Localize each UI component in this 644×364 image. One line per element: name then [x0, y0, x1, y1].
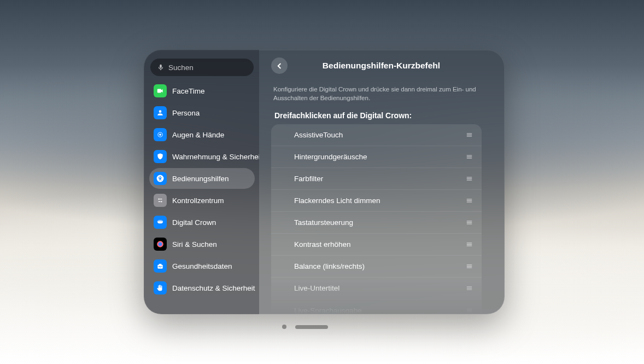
- svg-point-0: [159, 134, 161, 136]
- svg-point-10: [157, 241, 163, 247]
- sidebar: Suchen FaceTimePersonaAugen & HändeWahrn…: [144, 50, 259, 314]
- svg-rect-21: [466, 180, 472, 181]
- shortcut-row[interactable]: Kontrast erhöhen: [271, 234, 482, 256]
- shortcut-label: Kontrast erhöhen: [294, 240, 464, 249]
- svg-rect-22: [466, 199, 472, 199]
- settings-window: Suchen FaceTimePersonaAugen & HändeWahrn…: [144, 50, 505, 314]
- svg-rect-12: [159, 264, 162, 265]
- svg-point-8: [157, 221, 162, 224]
- shortcut-label: Balance (links/rechts): [294, 262, 464, 270]
- handle-dot: [282, 325, 286, 329]
- shortcut-row[interactable]: Live-Untertitel: [271, 278, 482, 299]
- sidebar-item-label: Wahrnehmung & Sicherheit: [172, 153, 259, 161]
- shield-person-icon: [154, 150, 167, 163]
- sidebar-item-label: Gesundheitsdaten: [172, 262, 232, 270]
- back-button[interactable]: [271, 57, 288, 74]
- svg-rect-35: [466, 288, 472, 288]
- shortcut-row[interactable]: Hintergrundgeräusche: [271, 146, 482, 168]
- drag-handle-icon[interactable]: [464, 262, 474, 271]
- svg-rect-30: [466, 246, 472, 246]
- drag-handle-icon[interactable]: [464, 130, 474, 140]
- shortcut-row[interactable]: Farbfilter: [271, 168, 482, 190]
- microphone-icon: [157, 63, 165, 71]
- svg-rect-17: [466, 157, 472, 157]
- section-header: Dreifachklicken auf die Digital Crown:: [274, 111, 488, 120]
- svg-rect-32: [466, 266, 472, 267]
- shortcut-row[interactable]: Live-Sprachausgabe: [271, 299, 482, 314]
- svg-rect-13: [466, 133, 472, 134]
- detail-pane: Bedienungshilfen-Kurzbefehl Konfiguriere…: [259, 50, 505, 314]
- svg-rect-27: [466, 224, 472, 224]
- controls-icon: [154, 194, 167, 207]
- health-icon: [154, 259, 167, 273]
- crown-icon: [154, 216, 167, 229]
- sidebar-item-persona[interactable]: Persona: [149, 102, 255, 123]
- detail-title: Bedienungshilfen-Kurzbefehl: [295, 61, 467, 71]
- drag-handle-icon[interactable]: [464, 174, 474, 184]
- sidebar-item-label: FaceTime: [172, 87, 205, 95]
- drag-handle-icon[interactable]: [464, 284, 474, 293]
- svg-rect-37: [466, 309, 472, 309]
- svg-rect-14: [466, 135, 472, 135]
- svg-point-6: [161, 201, 162, 202]
- svg-rect-34: [466, 286, 472, 287]
- svg-rect-33: [466, 268, 472, 268]
- svg-rect-20: [466, 178, 472, 179]
- svg-point-4: [159, 199, 160, 200]
- sidebar-item-facetime[interactable]: FaceTime: [149, 80, 255, 101]
- shortcut-label: AssistiveTouch: [294, 131, 464, 139]
- window-handle[interactable]: [282, 325, 328, 329]
- chevron-left-icon: [277, 63, 283, 69]
- shortcut-row[interactable]: Balance (links/rechts): [271, 256, 482, 278]
- sidebar-item-label: Kontrollzentrum: [172, 197, 224, 205]
- svg-rect-25: [466, 221, 472, 221]
- sidebar-item-siri-suchen[interactable]: Siri & Suchen: [149, 234, 255, 255]
- sidebar-item-digital-crown[interactable]: Digital Crown: [149, 212, 255, 233]
- detail-header: Bedienungshilfen-Kurzbefehl: [271, 57, 491, 74]
- svg-rect-26: [466, 222, 472, 223]
- search-placeholder: Suchen: [168, 63, 194, 72]
- svg-rect-18: [466, 158, 472, 159]
- shortcut-list: AssistiveTouchHintergrundgeräuscheFarbfi…: [271, 124, 482, 314]
- svg-rect-36: [466, 290, 472, 290]
- sidebar-item-label: Siri & Suchen: [172, 240, 217, 249]
- svg-rect-24: [466, 202, 472, 203]
- shortcut-row[interactable]: AssistiveTouch: [271, 124, 482, 146]
- sidebar-item-label: Augen & Hände: [172, 131, 224, 139]
- shortcut-label: Hintergrundgeräusche: [294, 153, 464, 161]
- search-field[interactable]: Suchen: [150, 59, 254, 76]
- svg-rect-5: [160, 199, 162, 199]
- svg-rect-7: [159, 201, 161, 202]
- svg-rect-38: [466, 310, 472, 311]
- hand-icon: [154, 281, 167, 294]
- drag-handle-icon[interactable]: [464, 152, 474, 162]
- drag-handle-icon[interactable]: [464, 218, 474, 228]
- shortcut-row[interactable]: Tastatursteuerung: [271, 212, 482, 234]
- touch-icon: [154, 128, 167, 141]
- shortcut-row[interactable]: Flackerndes Licht dimmen: [271, 190, 482, 212]
- video-icon: [154, 84, 167, 97]
- sidebar-item-label: Datenschutz & Sicherheit: [172, 284, 255, 292]
- sidebar-item-label: Bedienungshilfen: [172, 175, 229, 183]
- svg-rect-31: [466, 264, 472, 265]
- shortcut-label: Live-Untertitel: [294, 284, 464, 292]
- drag-handle-icon[interactable]: [464, 240, 474, 250]
- svg-rect-39: [466, 311, 472, 312]
- sidebar-item-wahrnehmung[interactable]: Wahrnehmung & Sicherheit: [149, 146, 255, 167]
- siri-icon: [154, 238, 167, 251]
- sidebar-item-datenschutz[interactable]: Datenschutz & Sicherheit: [149, 278, 255, 298]
- svg-rect-19: [466, 177, 472, 177]
- sidebar-item-bedienungshilfen[interactable]: Bedienungshilfen: [149, 168, 255, 189]
- detail-description: Konfiguriere die Digital Crown und drück…: [273, 85, 489, 102]
- sidebar-item-gesundheitsdaten[interactable]: Gesundheitsdaten: [149, 256, 255, 276]
- svg-rect-15: [466, 136, 472, 137]
- handle-bar: [295, 325, 328, 329]
- accessibility-icon: [154, 172, 167, 185]
- drag-handle-icon[interactable]: [464, 196, 474, 206]
- sidebar-item-augen-haende[interactable]: Augen & Hände: [149, 124, 255, 145]
- shortcut-label: Live-Sprachausgabe: [294, 307, 464, 314]
- shortcut-label: Flackerndes Licht dimmen: [294, 197, 464, 205]
- sidebar-item-kontrollzentrum[interactable]: Kontrollzentrum: [149, 190, 255, 211]
- shortcut-label: Farbfilter: [294, 175, 464, 183]
- drag-handle-icon[interactable]: [464, 305, 474, 314]
